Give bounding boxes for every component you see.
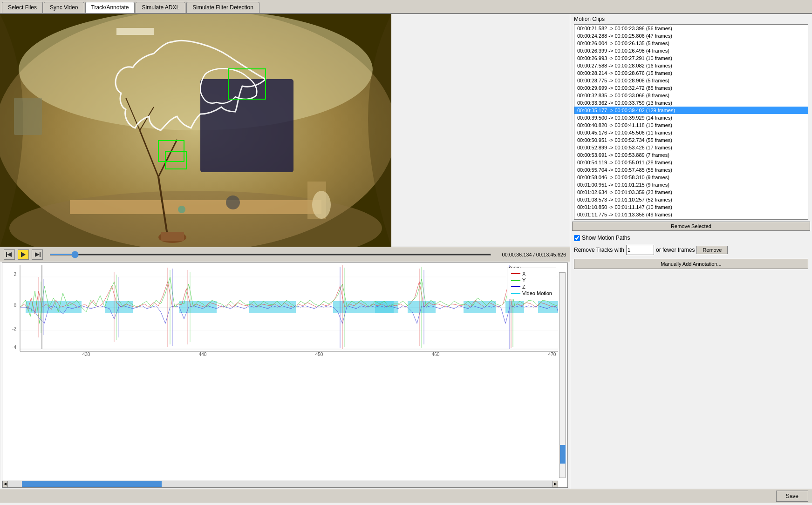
clip-item[interactable]: 00:01:11.775 -> 00:01:13.358 (49 frames): [574, 211, 808, 218]
svg-marker-25: [35, 252, 40, 257]
legend-x: X: [511, 271, 552, 276]
clip-item[interactable]: 00:00:24.288 -> 00:00:25.806 (47 frames): [574, 32, 808, 40]
clip-item[interactable]: 00:00:32.835 -> 00:00:33.066 (8 frames): [574, 92, 808, 99]
zoom-scrollbar[interactable]: [559, 272, 566, 478]
legend-x-label: X: [522, 271, 525, 276]
left-panel: 00:00:36.134 / 00:13:45.626 Zoom X Y: [0, 14, 570, 489]
progress-slider[interactable]: [49, 254, 491, 256]
remove-tracks-button[interactable]: Remove: [696, 246, 728, 254]
scroll-left-btn[interactable]: ◀: [2, 481, 8, 487]
svg-text:440: 440: [199, 352, 207, 357]
time-display: 00:00:36.134 / 00:13:45.626: [502, 252, 566, 257]
svg-rect-5: [116, 28, 154, 35]
tab-simulate-filter[interactable]: Simulate Filter Detection: [186, 2, 259, 13]
clip-item[interactable]: 00:00:28.214 -> 00:00:28.676 (15 frames): [574, 69, 808, 77]
legend-video-motion: Video Motion: [511, 290, 552, 296]
show-motion-paths-label: Show Motion Paths: [582, 235, 630, 241]
clip-item[interactable]: 00:00:28.775 -> 00:00:28.908 (5 frames): [574, 77, 808, 84]
save-button[interactable]: Save: [776, 491, 808, 502]
tab-simulate-adxl[interactable]: Simulate ADXL: [136, 2, 185, 13]
clip-item[interactable]: 00:00:39.500 -> 00:00:39.929 (14 frames): [574, 114, 808, 121]
clip-item[interactable]: 00:00:55.704 -> 00:00:57.485 (55 frames): [574, 166, 808, 174]
show-motion-paths-checkbox[interactable]: [574, 235, 580, 241]
clip-item[interactable]: 00:00:21.582 -> 00:00:23.396 (56 frames): [574, 25, 808, 32]
motion-clips-title: Motion Clips: [570, 14, 812, 24]
clip-item[interactable]: 00:00:52.899 -> 00:00:53.426 (17 frames): [574, 144, 808, 151]
svg-text:460: 460: [432, 352, 440, 357]
svg-marker-22: [7, 252, 12, 257]
clip-item[interactable]: 00:00:27.588 -> 00:00:28.082 (16 frames): [574, 62, 808, 69]
svg-text:470: 470: [548, 352, 556, 357]
scroll-right-btn[interactable]: ▶: [553, 481, 558, 487]
legend-y: Y: [511, 277, 552, 283]
svg-point-17: [312, 191, 331, 219]
remove-tracks-input[interactable]: [626, 245, 654, 255]
tab-sync-video[interactable]: Sync Video: [44, 2, 84, 13]
clip-item[interactable]: 00:00:26.993 -> 00:00:27.291 (10 frames): [574, 54, 808, 62]
svg-rect-24: [40, 252, 41, 257]
tab-select-files[interactable]: Select Files: [2, 2, 43, 13]
play-button[interactable]: [18, 249, 29, 260]
main-chart-svg: 2 0 -2 -4 430 440 450 460 470: [2, 263, 558, 487]
clip-item[interactable]: 00:01:02.634 -> 00:01:03.359 (23 frames): [574, 189, 808, 196]
legend-vm-color: [511, 293, 520, 294]
right-panel: Motion Clips 00:00:21.582 -> 00:00:23.39…: [570, 14, 812, 489]
clip-item[interactable]: 00:01:13.524 -> 00:01:14.579 (33 frames): [574, 218, 808, 220]
remove-selected-button[interactable]: Remove Selected: [572, 222, 810, 231]
video-controls: 00:00:36.134 / 00:13:45.626: [0, 247, 570, 262]
room-scene: [0, 14, 391, 247]
clip-item[interactable]: 00:01:00.951 -> 00:01:01.215 (9 frames): [574, 181, 808, 189]
legend-z: Z: [511, 284, 552, 290]
svg-text:430: 430: [82, 352, 90, 357]
svg-text:-2: -2: [12, 326, 16, 331]
video-area: [0, 14, 391, 247]
clip-item[interactable]: 00:00:50.951 -> 00:00:52.734 (55 frames): [574, 136, 808, 144]
legend-x-color: [511, 273, 520, 274]
legend-z-color: [511, 286, 520, 287]
svg-point-14: [226, 195, 240, 209]
clip-item[interactable]: 00:00:29.699 -> 00:00:32.472 (85 frames): [574, 84, 808, 92]
chart-legend: X Y Z Video Motion: [507, 268, 556, 299]
svg-marker-23: [21, 252, 26, 257]
clip-item[interactable]: 00:00:35.177 -> 00:00:39.402 (129 frames…: [574, 107, 808, 114]
chart-hscrollbar[interactable]: ◀ ▶: [2, 480, 558, 487]
svg-point-1: [19, 14, 373, 130]
svg-text:450: 450: [315, 352, 323, 357]
legend-vm-label: Video Motion: [522, 290, 552, 296]
tab-bar: Select Files Sync Video Track/Annotate S…: [0, 0, 812, 14]
clip-item[interactable]: 00:00:54.119 -> 00:00:55.011 (28 frames): [574, 159, 808, 166]
legend-y-color: [511, 280, 520, 281]
motion-clips-container: 00:00:21.582 -> 00:00:23.396 (56 frames)…: [572, 24, 810, 220]
chart-area: Zoom X Y Z: [2, 263, 568, 488]
svg-rect-4: [200, 79, 293, 172]
skip-start-button[interactable]: [4, 249, 15, 260]
skip-end-button[interactable]: [32, 249, 43, 260]
bottom-bar: Save: [0, 489, 812, 503]
svg-text:-4: -4: [12, 345, 16, 350]
add-annotation-button[interactable]: Manually Add Annotation...: [574, 259, 808, 269]
tab-track-annotate[interactable]: Track/Annotate: [85, 2, 135, 13]
clip-item[interactable]: 00:00:58.046 -> 00:00:58.310 (9 frames): [574, 174, 808, 181]
svg-text:2: 2: [14, 272, 16, 277]
hscroll-thumb[interactable]: [22, 481, 162, 487]
svg-point-15: [178, 206, 185, 213]
clip-item[interactable]: 00:00:40.820 -> 00:00:41.118 (10 frames): [574, 121, 808, 129]
clip-item[interactable]: 00:01:08.573 -> 00:01:10.257 (52 frames): [574, 196, 808, 203]
zoom-thumb[interactable]: [560, 445, 566, 464]
svg-rect-6: [14, 98, 42, 135]
show-motion-paths-row: Show Motion Paths: [570, 233, 812, 243]
clip-item[interactable]: 00:00:26.004 -> 00:00:26.135 (5 frames): [574, 40, 808, 47]
svg-rect-21: [6, 252, 7, 257]
legend-y-label: Y: [522, 277, 525, 283]
clip-item[interactable]: 00:01:10.850 -> 00:01:11.147 (10 frames): [574, 203, 808, 211]
motion-clips-list[interactable]: 00:00:21.582 -> 00:00:23.396 (56 frames)…: [574, 24, 808, 220]
svg-text:0: 0: [14, 303, 16, 308]
clip-item[interactable]: 00:00:26.399 -> 00:00:26.498 (4 frames): [574, 47, 808, 54]
svg-rect-3: [70, 200, 321, 214]
or-fewer-frames-label: or fewer frames: [656, 247, 695, 253]
remove-tracks-label: Remove Tracks with: [574, 247, 624, 253]
clip-item[interactable]: 00:00:53.691 -> 00:00:53.889 (7 frames): [574, 151, 808, 159]
clip-item[interactable]: 00:00:33.362 -> 00:00:33.759 (13 frames): [574, 99, 808, 107]
clip-item[interactable]: 00:00:45.176 -> 00:00:45.506 (11 frames): [574, 129, 808, 136]
remove-tracks-row: Remove Tracks with or fewer frames Remov…: [570, 243, 812, 257]
